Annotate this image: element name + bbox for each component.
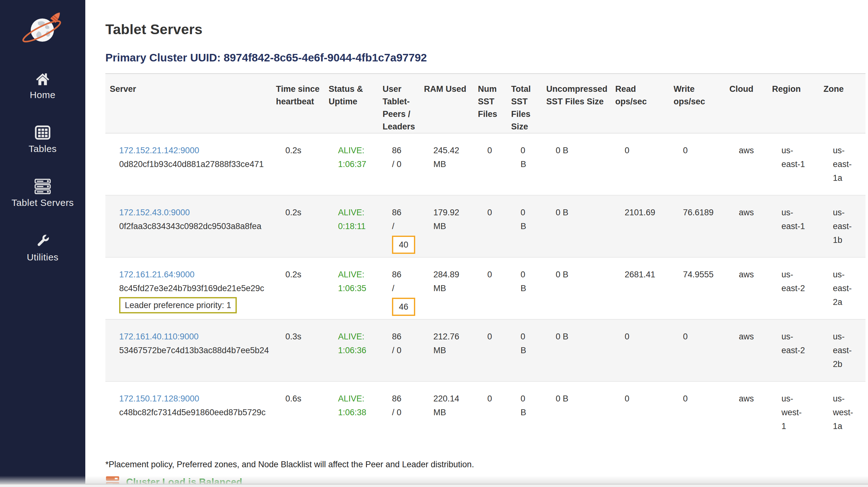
sidebar-item-label: Utilities (27, 252, 58, 263)
peers-count: 86 (392, 208, 401, 217)
cell-status-uptime: ALIVE: 0:18:11 (324, 195, 378, 257)
cell-write-ops: 0 (669, 319, 725, 381)
cell-uncompressed-sst-files-size: 0 B (542, 381, 611, 444)
cell-cloud: aws (725, 195, 768, 257)
sidebar-item-label: Tablet Servers (11, 197, 74, 208)
cell-server: 172.152.21.142:90000d820cf1b93c40d881a27… (105, 133, 272, 195)
table-row: 172.150.17.128:9000c48bc82fc7314d5e91860… (105, 381, 866, 444)
status-alive-text: ALIVE: 1:06:37 (338, 143, 379, 171)
col-cloud: Cloud (725, 74, 768, 133)
cell-uncompressed-sst-files-size: 0 B (542, 257, 611, 319)
sidebar: Home Tables (0, 0, 85, 487)
cell-cloud: aws (725, 257, 768, 319)
cell-num-sst-files: 0 (473, 257, 507, 319)
server-link[interactable]: 172.161.21.64:9000 (119, 270, 194, 279)
cell-ram-used: 179.92 MB (420, 195, 473, 257)
tablet-servers-icon (34, 178, 52, 194)
table-row: 172.152.43.0:90000f2faa3c834343c0982dc95… (105, 195, 866, 257)
cell-total-sst-files-size: 0 B (507, 257, 542, 319)
col-ram-used: RAM Used (420, 74, 473, 133)
server-uuid: 0f2faa3c834343c0982dc9503a8a8fea (119, 222, 261, 231)
region-value: us-east-1 (781, 143, 805, 171)
cell-num-sst-files: 0 (473, 195, 507, 257)
server-uuid: 0d820cf1b93c40d881a27888f33ce471 (119, 160, 264, 169)
col-write-ops: Write ops/sec (669, 74, 725, 133)
cell-region: us-east-2 (768, 319, 819, 381)
table-row: 172.152.21.142:90000d820cf1b93c40d881a27… (105, 133, 866, 195)
cell-peers-leaders: 86/ 0 (378, 133, 420, 195)
sidebar-item-label: Tables (29, 143, 57, 154)
cell-ram-used: 212.76 MB (420, 319, 473, 381)
server-link[interactable]: 172.161.40.110:9000 (119, 332, 198, 341)
cell-peers-leaders: 86/ 0 (378, 381, 420, 444)
cell-total-sst-files-size: 0 B (507, 195, 542, 257)
cell-time-since-heartbeat: 0.3s (272, 319, 324, 381)
cell-ram-used: 245.42 MB (420, 133, 473, 195)
placement-footnote: *Placement policy, Preferred zones, and … (105, 460, 868, 469)
leader-preference-badge: Leader preference priority: 1 (119, 297, 237, 314)
sidebar-item-home[interactable]: Home (0, 71, 85, 100)
peers-count: 86 (392, 394, 401, 403)
sidebar-item-tables[interactable]: Tables (0, 125, 85, 154)
cell-time-since-heartbeat: 0.2s (272, 133, 324, 195)
status-alive-text: ALIVE: 1:06:36 (338, 330, 379, 357)
sidebar-item-utilities[interactable]: Utilities (0, 233, 85, 263)
cell-cloud: aws (725, 319, 768, 381)
col-total-sst-files-size: Total SST Files Size (507, 74, 542, 133)
region-value: us-west-1 (781, 392, 805, 433)
cell-uncompressed-sst-files-size: 0 B (542, 133, 611, 195)
primary-cluster-uuid: Primary Cluster UUID: 8974f842-8c65-4e6f… (105, 52, 868, 64)
region-value: us-east-1 (781, 205, 805, 233)
cell-region: us-east-1 (768, 133, 819, 195)
cell-read-ops: 2101.69 (611, 195, 669, 257)
cell-uncompressed-sst-files-size: 0 B (542, 319, 611, 381)
zone-value: us-east-2a (833, 268, 857, 309)
main-content: Tablet Servers Primary Cluster UUID: 897… (85, 0, 868, 487)
page-title: Tablet Servers (105, 21, 868, 38)
col-num-sst-files: Num SST Files (473, 74, 507, 133)
peers-count: 86 (392, 270, 401, 279)
cell-region: us-west-1 (768, 381, 819, 444)
col-region: Region (768, 74, 819, 133)
leaders-count: / 0 (392, 160, 401, 169)
peers-leaders-separator: / (392, 222, 395, 231)
server-uuid: 53467572be7c4d13b3ac88d4b7ee5b24 (119, 346, 269, 355)
sidebar-item-label: Home (30, 90, 56, 100)
cell-total-sst-files-size: 0 B (507, 133, 542, 195)
col-user-tablet-peers-leaders: User Tablet-Peers / Leaders (378, 74, 420, 133)
peers-count: 86 (392, 332, 401, 341)
table-header-row: Server Time since heartbeat Status & Upt… (105, 74, 866, 133)
cell-region: us-east-2 (768, 257, 819, 319)
col-uncompressed-sst-files-size: Uncompressed SST Files Size (542, 74, 611, 133)
cell-ram-used: 284.89 MB (420, 257, 473, 319)
server-link[interactable]: 172.150.17.128:9000 (119, 394, 199, 403)
server-link[interactable]: 172.152.21.142:9000 (119, 146, 199, 155)
cell-status-uptime: ALIVE: 1:06:35 (324, 257, 378, 319)
cell-zone: us-west-1a (819, 381, 866, 444)
leaders-count-highlighted: 40 (392, 236, 415, 254)
cell-server: 172.150.17.128:9000c48bc82fc7314d5e91860… (105, 381, 272, 444)
cell-zone: us-east-1b (819, 195, 866, 257)
cell-write-ops: 76.6189 (669, 195, 725, 257)
status-alive-text: ALIVE: 1:06:35 (338, 268, 379, 295)
cell-server: 172.161.21.64:90008c45fd27e3e24b7b93f169… (105, 257, 272, 319)
total-sst-size-value: 0 B (521, 143, 531, 171)
col-zone: Zone (819, 74, 866, 133)
server-uuid: 8c45fd27e3e24b7b93f169de21e5e29c (119, 284, 264, 293)
cell-uncompressed-sst-files-size: 0 B (542, 195, 611, 257)
sidebar-item-tablet-servers[interactable]: Tablet Servers (0, 178, 85, 208)
planet-rocket-logo (0, 11, 85, 49)
cell-zone: us-east-2a (819, 257, 866, 319)
region-value: us-east-2 (781, 330, 805, 357)
cell-status-uptime: ALIVE: 1:06:36 (324, 319, 378, 381)
server-link[interactable]: 172.152.43.0:9000 (119, 208, 190, 217)
cell-read-ops: 0 (611, 381, 669, 444)
tablet-servers-table: Server Time since heartbeat Status & Upt… (105, 73, 866, 444)
cell-total-sst-files-size: 0 B (507, 319, 542, 381)
zone-value: us-east-1a (833, 143, 857, 185)
zone-value: us-east-1b (833, 205, 857, 247)
tables-icon (34, 125, 51, 140)
cell-read-ops: 2681.41 (611, 257, 669, 319)
status-alive-text: ALIVE: 1:06:38 (338, 392, 379, 419)
region-value: us-east-2 (781, 268, 805, 295)
